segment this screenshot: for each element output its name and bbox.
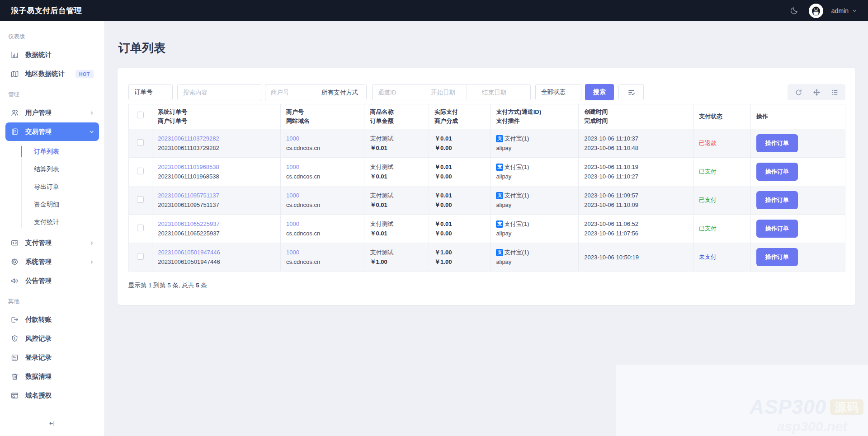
avatar[interactable]: [809, 4, 823, 18]
row-checkbox[interactable]: [137, 253, 144, 260]
order-list-card: 订单号 所有支付方式 全部状态: [118, 68, 855, 305]
log-document-icon: [10, 353, 19, 362]
dark-mode-moon-icon[interactable]: [787, 4, 801, 18]
row-checkbox[interactable]: [137, 168, 144, 174]
status-badge: 已支付: [693, 186, 750, 215]
columns-list-icon[interactable]: [826, 85, 844, 99]
merchant-id-link[interactable]: 1000: [286, 192, 299, 199]
merchant-id-link[interactable]: 1000: [286, 164, 299, 170]
merchant-id-input[interactable]: [265, 84, 316, 100]
row-checkbox[interactable]: [137, 139, 144, 146]
search-button[interactable]: 搜索: [585, 84, 614, 100]
status-badge: 未支付: [693, 243, 750, 272]
sidebar-item-payment-statistics[interactable]: 支付统计: [21, 213, 104, 231]
cell-action: 操作订单: [750, 129, 845, 158]
sidebar-item-data-cleanup[interactable]: 数据清理: [5, 367, 99, 386]
sidebar-item-system-management[interactable]: 系统管理: [5, 253, 99, 271]
cell-method: 支支付宝(1)alipay: [491, 186, 579, 215]
sidebar-item-risk-records[interactable]: 风控记录: [5, 329, 99, 348]
sidebar-item-data-statistics[interactable]: 数据统计: [5, 46, 99, 64]
merchant-id-link[interactable]: 1000: [286, 220, 299, 227]
alipay-icon: 支: [496, 164, 503, 171]
cell-method: 支支付宝(1)alipay: [491, 129, 579, 158]
sidebar-item-payment-management[interactable]: 支付管理: [5, 234, 99, 252]
col-time: 创建时间完成时间: [579, 104, 693, 129]
status-badge: 已退款: [693, 129, 750, 158]
search-input[interactable]: [178, 89, 261, 96]
refresh-icon[interactable]: [789, 85, 807, 99]
sidebar-item-user-management[interactable]: 用户管理: [5, 103, 99, 122]
topbar: 浪子易支付后台管理 admin: [0, 0, 868, 21]
operate-order-button[interactable]: 操作订单: [756, 163, 798, 181]
status-select[interactable]: 全部状态: [535, 84, 581, 100]
cell-product: 支付测试￥0.01: [364, 186, 429, 215]
watermark-text: ASP300: [750, 397, 826, 417]
pay-method-select[interactable]: 所有支付方式: [316, 84, 366, 101]
sidebar: 仪表版 数据统计 地区数据统计 HOT 管理 用户管理: [0, 21, 105, 436]
sys-order-link[interactable]: 2023100611101968538: [158, 164, 219, 170]
chevron-down-icon: [89, 129, 94, 135]
collapse-left-icon: [48, 419, 57, 427]
orders-table: 系统订单号商户订单号 商户号网站域名 商品名称订单金额 实际支付商户分成 支付方…: [128, 104, 845, 272]
cell-action: 操作订单: [750, 243, 845, 272]
channel-id-input[interactable]: [373, 84, 425, 100]
sidebar-item-announcement-management[interactable]: 公告管理: [5, 272, 99, 290]
move-fullscreen-icon[interactable]: [807, 85, 826, 99]
merchant-id-link[interactable]: 1000: [286, 249, 299, 256]
alipay-icon: 支: [496, 135, 503, 142]
row-checkbox[interactable]: [137, 196, 144, 203]
cell-paid: ￥1.00￥1.00: [429, 243, 491, 272]
sidebar-collapse-button[interactable]: [0, 410, 104, 436]
sidebar-item-fund-details[interactable]: 资金明细: [21, 196, 104, 213]
trash-icon: [10, 372, 19, 381]
cell-paid: ￥0.01￥0.00: [429, 129, 491, 158]
cell-product: 支付测试￥0.01: [364, 215, 429, 243]
col-orders: 系统订单号商户订单号: [152, 104, 281, 129]
date-range-separator: [467, 84, 476, 100]
cell-method: 支支付宝(1)alipay: [491, 243, 579, 272]
operate-order-button[interactable]: 操作订单: [756, 134, 798, 152]
col-status: 支付状态: [693, 104, 750, 129]
alipay-icon: 支: [496, 249, 503, 256]
sys-order-link[interactable]: 2023100611095751137: [158, 192, 219, 199]
watermark-badge: 源码: [830, 399, 863, 415]
table-tools: [788, 84, 845, 100]
cell-time: 2023-10-06 11:09:572023-10-06 11:10:09: [579, 186, 693, 215]
row-checkbox[interactable]: [137, 225, 144, 231]
sidebar-item-login-records[interactable]: 登录记录: [5, 348, 99, 367]
sidebar-item-export-orders[interactable]: 导出订单: [21, 178, 104, 196]
sys-order-link[interactable]: 2023100611065225937: [158, 220, 219, 227]
filter-check-icon[interactable]: [618, 84, 644, 100]
status-badge: 已支付: [693, 158, 750, 186]
sidebar-item-settlement-list[interactable]: 结算列表: [21, 160, 104, 178]
cell-product: 支付测试￥0.01: [364, 158, 429, 186]
cell-time: 2023-10-06 11:06:522023-10-06 11:07:56: [579, 215, 693, 243]
chevron-right-icon: [89, 240, 94, 246]
status-badge: 已支付: [693, 215, 750, 243]
operate-order-button[interactable]: 操作订单: [756, 248, 798, 266]
sys-order-link[interactable]: 2023100611103729282: [158, 135, 219, 142]
sidebar-item-region-statistics[interactable]: 地区数据统计 HOT: [5, 65, 99, 83]
operate-order-button[interactable]: 操作订单: [756, 191, 798, 209]
user-menu[interactable]: admin: [831, 7, 857, 14]
order-no-type-select[interactable]: 订单号: [128, 84, 173, 100]
col-product: 商品名称订单金额: [364, 104, 429, 129]
cell-method: 支支付宝(1)alipay: [491, 158, 579, 186]
sidebar-item-transaction-management[interactable]: 交易管理: [5, 122, 99, 141]
merchant-id-link[interactable]: 1000: [286, 135, 299, 142]
end-date-input[interactable]: [476, 84, 530, 100]
sidebar-item-domain-authorization[interactable]: 域名授权: [5, 386, 99, 405]
shield-alert-icon: [10, 334, 19, 343]
map-icon: [10, 70, 19, 79]
chevron-right-icon: [89, 259, 94, 265]
operate-order-button[interactable]: 操作订单: [756, 220, 798, 238]
sys-order-link[interactable]: 2023100610501947446: [158, 249, 220, 256]
sidebar-item-order-list[interactable]: 订单列表: [21, 143, 104, 160]
table-row: 20231006105019474462023100610501947446 1…: [129, 243, 845, 272]
table-row: 20231006110957511372023100611095751137 1…: [129, 186, 845, 215]
cell-merchant: 1000cs.cdncos.cn: [281, 129, 364, 158]
select-all-checkbox[interactable]: [137, 112, 144, 118]
start-date-input[interactable]: [425, 84, 467, 100]
cell-action: 操作订单: [750, 186, 845, 215]
sidebar-item-payment-transfer[interactable]: 付款转账: [5, 310, 99, 329]
